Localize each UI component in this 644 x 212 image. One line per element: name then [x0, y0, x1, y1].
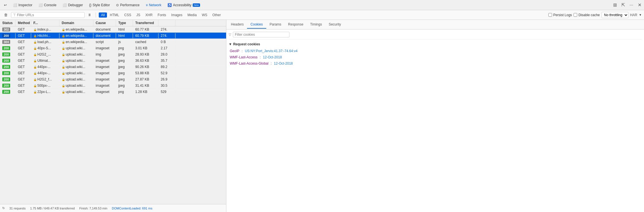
table-row[interactable]: 200 GET 🔒Hitchhi... 🔒en.wikipedia... doc… — [0, 33, 226, 39]
filter-tab-ws[interactable]: WS — [199, 12, 209, 18]
cell-transferred: 31.41 KB — [133, 83, 158, 88]
cell-transferred: 27.87 KB — [133, 77, 158, 82]
cell-method: GET — [16, 71, 31, 76]
filter-tab-media[interactable]: Media — [185, 12, 199, 18]
col-header-transferred[interactable]: Transferred — [133, 20, 158, 26]
panel-tab-params[interactable]: Params — [266, 21, 285, 29]
cell-cause: document — [93, 27, 116, 32]
cell-size: 274. — [158, 33, 175, 38]
panel-tab-cookies[interactable]: Cookies — [247, 21, 266, 29]
nav-accessibility[interactable]: ♿ Accessibility New — [165, 2, 203, 8]
more-options-button[interactable]: ··· — [628, 2, 635, 8]
cookie-name: WMF-Last-Access-Global — [230, 62, 269, 65]
cell-domain: 🔒upload.wiki... — [59, 64, 93, 69]
filter-tab-other[interactable]: Other — [210, 12, 223, 18]
table-row[interactable]: 200 GET 🔒H2G2_f... 🔒upload.wiki... image… — [0, 76, 226, 82]
table-row[interactable]: 200 GET 🔒H2G2_... 🔒upload.wiki... img jp… — [0, 51, 226, 58]
cell-file: 🔒Ultimat... — [31, 58, 59, 63]
performance-icon: ⊙ — [116, 3, 119, 7]
cell-domain: 🔒en.wikipedia... — [59, 39, 93, 44]
table-row[interactable]: 200 GET 🔒440px-... 🔒upload.wiki... image… — [0, 64, 226, 70]
cell-status: 200 — [0, 33, 16, 38]
cookie-value: US:NY:Port_Jervis:41.37:-74.64:v4 — [245, 49, 297, 53]
col-header-status[interactable]: Status — [0, 20, 16, 26]
filter-tab-xhr[interactable]: XHR — [143, 12, 155, 18]
performance-label: Performance — [120, 3, 139, 7]
cell-size: 28.0 — [158, 52, 175, 57]
cookie-section-header[interactable]: ▼ Request cookies — [229, 42, 642, 46]
col-header-domain[interactable]: Domain — [59, 20, 93, 26]
cookie-filter-input[interactable] — [233, 32, 289, 37]
throttle-select[interactable]: No throttling — [602, 12, 628, 18]
table-row[interactable]: 304 GET 🔒load.ph... 🔒en.wikipedia... scr… — [0, 39, 226, 45]
close-devtools-button[interactable]: ✕ — [636, 2, 643, 8]
filter-tab-fonts[interactable]: Fonts — [155, 12, 168, 18]
persist-logs-checkbox[interactable] — [548, 13, 552, 17]
cell-status: 200 — [0, 58, 16, 63]
col-header-type[interactable]: Type — [116, 20, 133, 26]
col-header-size[interactable] — [158, 20, 175, 26]
cell-transferred: 1.28 KB — [133, 89, 158, 94]
filter-tab-html[interactable]: HTML — [108, 12, 121, 18]
expand-icon[interactable]: ⇱ — [620, 2, 626, 8]
disable-cache-text: Disable cache — [578, 13, 600, 17]
table-row[interactable]: 200 GET 🔒500px-... 🔒upload.wiki... image… — [0, 82, 226, 89]
disable-cache-checkbox[interactable] — [574, 13, 577, 17]
cell-file: 🔒500px-... — [31, 83, 59, 88]
cell-transferred: 28.93 KB — [133, 52, 158, 57]
nav-debugger[interactable]: ⬜ Debugger — [60, 2, 86, 8]
status-bar: ↻ 31 requests 1.75 MB / 649.47 KB transf… — [0, 204, 226, 212]
nav-style-editor[interactable]: {} Style Editor — [86, 2, 113, 8]
nav-console[interactable]: ⬜ Console — [36, 2, 59, 8]
console-icon: ⬜ — [38, 3, 43, 7]
filter-input[interactable] — [17, 13, 83, 17]
responsive-design-button[interactable]: ⊞ — [612, 2, 618, 8]
pause-button[interactable]: ⏸ — [86, 12, 93, 18]
disable-cache-label[interactable]: Disable cache — [574, 13, 600, 17]
cell-method: GET — [16, 89, 31, 94]
clear-button[interactable]: 🗑 — [2, 12, 9, 18]
cell-file: 🔒H2G2_... — [31, 52, 59, 57]
panel-tab-headers[interactable]: Headers — [227, 21, 247, 29]
cell-status: 200 — [0, 77, 16, 82]
panel-tab-security[interactable]: Security — [325, 21, 344, 29]
filter-tab-js[interactable]: JS — [134, 12, 143, 18]
cell-transferred: 36.63 KB — [133, 58, 158, 63]
table-row[interactable]: 200 GET 🔒440px-... 🔒upload.wiki... image… — [0, 70, 226, 76]
cell-domain: 🔒upload.wiki... — [59, 71, 93, 76]
col-header-file[interactable]: F... — [31, 20, 59, 26]
status-badge: 200 — [2, 77, 10, 81]
nav-back[interactable]: ↩ — [1, 2, 10, 8]
network-label: Network — [149, 3, 161, 7]
panel-tab-timings[interactable]: Timings — [307, 21, 325, 29]
table-row[interactable]: 200 GET 🔒22px-L... 🔒upload.wiki... image… — [0, 89, 226, 95]
debugger-label: Debugger — [68, 3, 83, 7]
col-header-method[interactable]: Method — [16, 20, 31, 26]
cell-cause: document — [93, 33, 116, 38]
table-row[interactable]: 200 GET 🔒Ultimat... 🔒upload.wiki... imag… — [0, 58, 226, 64]
nav-performance[interactable]: ⊙ Performance — [113, 2, 142, 8]
har-button[interactable]: HAR — [630, 13, 637, 17]
cell-type: jpeg — [116, 77, 133, 82]
filter-tab-images[interactable]: Images — [169, 12, 184, 18]
panel-tab-response[interactable]: Response — [285, 21, 307, 29]
table-row[interactable]: 200 GET 🔒40px-S... 🔒upload.wiki... image… — [0, 45, 226, 51]
cell-size: 30.5 — [158, 83, 175, 88]
persist-logs-label[interactable]: Persist Logs — [548, 13, 572, 17]
status-badge: 200 — [2, 90, 10, 94]
panel-content: ▽ ▼ Request cookies GeoIP : US:NY:Port_J… — [226, 29, 644, 212]
filter-icon: ⊤ — [13, 13, 16, 17]
network-toolbar: 🗑 ⊤ ⏸ AllHTMLCSSJSXHRFontsImagesMediaWSO… — [0, 10, 644, 20]
cell-domain: 🔒upload.wiki... — [59, 58, 93, 63]
table-row[interactable]: 302 GET 🔒index.p... 🔒en.wikipedia... doc… — [0, 26, 226, 33]
toolbar-right: Persist Logs Disable cache No throttling… — [548, 12, 642, 18]
status-badge: 200 — [2, 59, 10, 63]
nav-network[interactable]: ≡ Network — [143, 2, 164, 8]
col-header-cause[interactable]: Cause — [93, 20, 116, 26]
filter-tab-css[interactable]: CSS — [122, 12, 134, 18]
cell-size: 274. — [158, 27, 175, 32]
cell-file: 🔒440px-... — [31, 71, 59, 76]
filter-tab-all[interactable]: All — [99, 12, 107, 18]
har-dropdown-icon[interactable]: ▼ — [639, 13, 642, 16]
nav-inspector[interactable]: ⬜ Inspector — [10, 2, 35, 8]
